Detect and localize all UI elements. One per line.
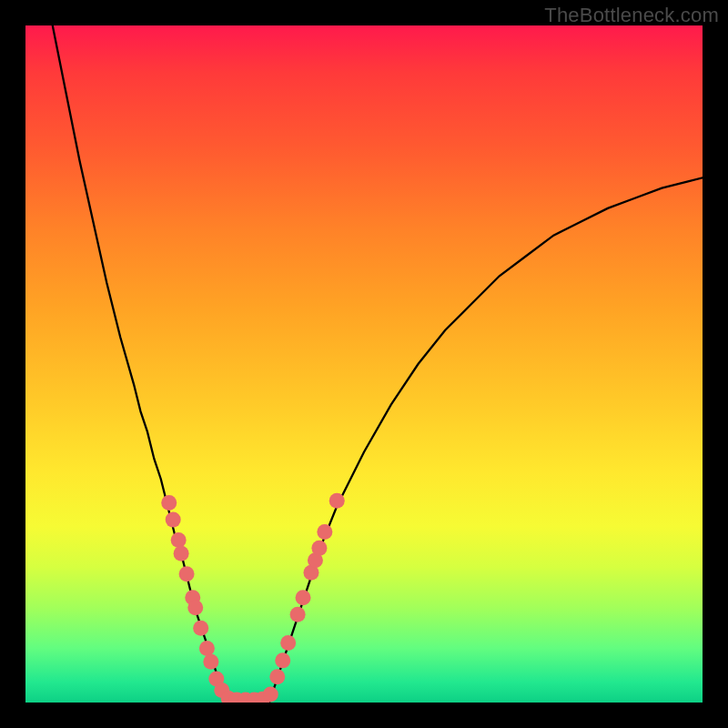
marker-dot [174, 546, 189, 561]
marker-dot [193, 621, 208, 636]
marker-dot [179, 566, 195, 581]
marker-dot [280, 635, 296, 651]
right-branch-path [269, 177, 703, 703]
marker-dot [203, 654, 218, 670]
marker-dot [263, 687, 278, 703]
marker-dots [161, 493, 345, 703]
marker-dot [187, 600, 203, 615]
marker-dot [199, 641, 215, 656]
curve-layer [25, 25, 703, 703]
marker-dot [269, 669, 285, 684]
plot-area [25, 25, 703, 703]
marker-dot [311, 541, 327, 556]
marker-dot [329, 493, 345, 509]
left-branch-path [53, 25, 228, 703]
marker-dot [171, 532, 187, 548]
marker-dot [275, 652, 290, 668]
chart-frame: TheBottleneck.com [0, 0, 728, 728]
marker-dot [296, 590, 311, 605]
marker-dot [317, 524, 332, 540]
marker-dot [161, 495, 177, 511]
marker-dot [290, 607, 306, 622]
marker-dot [166, 512, 181, 528]
watermark-text: TheBottleneck.com [544, 4, 719, 27]
